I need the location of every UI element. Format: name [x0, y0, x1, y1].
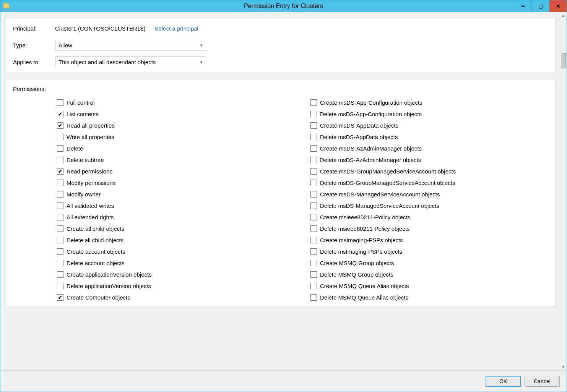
permission-item: Create msDS-ManagedServiceAccount object…: [310, 188, 549, 200]
permission-item: Create msDS-AzAdminManager objects: [310, 143, 549, 154]
permission-checkbox[interactable]: [310, 191, 317, 198]
permissions-grid: Full controlList contentsRead all proper…: [13, 97, 549, 303]
content-area: Principal: Cluster1 (CONTOSO\CLUSTER1$) …: [0, 12, 560, 370]
permission-checkbox[interactable]: [57, 180, 63, 186]
permission-checkbox[interactable]: [57, 145, 63, 152]
cancel-button[interactable]: Cancel: [525, 376, 560, 387]
permission-label: Delete msieee80211-Policy objects: [320, 225, 409, 232]
permission-checkbox[interactable]: [310, 145, 317, 152]
permission-checkbox[interactable]: [310, 111, 317, 117]
applies-select[interactable]: This object and all descendant objects ▾: [55, 57, 206, 67]
permission-checkbox[interactable]: [310, 214, 317, 220]
permission-item: Create all child objects: [57, 223, 295, 234]
permission-checkbox[interactable]: [57, 260, 63, 266]
permission-item: Delete msieee80211-Policy objects: [310, 223, 549, 234]
select-principal-link[interactable]: Select a principal: [154, 25, 198, 32]
ok-button[interactable]: OK: [486, 376, 521, 387]
permission-label: Read all properties: [67, 122, 115, 129]
permission-checkbox[interactable]: [57, 283, 63, 289]
scroll-down-icon[interactable]: ▾: [560, 363, 567, 370]
permission-checkbox[interactable]: [310, 122, 317, 129]
permission-checkbox[interactable]: [57, 99, 63, 106]
permission-label: Create msDS-AzAdminManager objects: [320, 145, 422, 152]
permission-checkbox[interactable]: [310, 260, 317, 266]
permission-checkbox[interactable]: [57, 248, 63, 255]
permission-checkbox[interactable]: [57, 294, 63, 301]
permission-label: Delete msDS-AppData objects: [320, 134, 398, 140]
permission-item: Delete msDS-AzAdminManager objects: [310, 154, 549, 165]
permissions-panel: Permissions: Full controlList contentsRe…: [6, 80, 556, 306]
titlebar[interactable]: Permission Entry for Clusters ━ ◻ ✕: [0, 0, 567, 12]
permission-label: Delete msDS-AzAdminManager objects: [320, 157, 421, 163]
permission-item: Delete msDS-App-Configuration objects: [310, 108, 549, 120]
permission-item: Create applicationVersion objects: [57, 269, 295, 280]
permission-label: Delete msImaging-PSPs objects: [320, 248, 402, 255]
permission-checkbox[interactable]: [310, 168, 317, 175]
permission-checkbox[interactable]: [310, 99, 317, 106]
permission-item: Delete msDS-AppData objects: [310, 131, 549, 143]
permission-checkbox[interactable]: [310, 237, 317, 243]
window-frame: Permission Entry for Clusters ━ ◻ ✕ Prin…: [0, 0, 567, 392]
scroll-track[interactable]: [560, 19, 567, 363]
permission-item: Read permissions: [57, 165, 295, 177]
permission-checkbox[interactable]: [57, 237, 63, 243]
permission-item: Delete msImaging-PSPs objects: [310, 246, 549, 257]
permission-label: Create MSMQ Queue Alias objects: [320, 283, 409, 289]
permission-checkbox[interactable]: [57, 202, 63, 209]
permission-label: Modify permissions: [67, 180, 115, 186]
permission-item: All validated writes: [57, 200, 295, 211]
scroll-up-icon[interactable]: ▴: [560, 12, 567, 19]
type-select[interactable]: Allow ▾: [55, 40, 206, 50]
permission-item: Create msDS-App-Configuration objects: [310, 97, 549, 108]
permission-checkbox[interactable]: [310, 271, 317, 278]
permission-checkbox[interactable]: [57, 214, 63, 220]
permission-checkbox[interactable]: [310, 225, 317, 232]
permission-label: All validated writes: [67, 202, 114, 209]
permission-item: List contents: [57, 108, 295, 120]
permission-item: Create msDS-AppData objects: [310, 120, 549, 131]
permission-label: Delete applicationVersion objects: [67, 283, 151, 289]
permission-label: Create msDS-AppData objects: [320, 122, 398, 129]
permission-checkbox[interactable]: [57, 271, 63, 278]
permission-checkbox[interactable]: [57, 122, 63, 129]
permission-item: Create msImaging-PSPs objects: [310, 234, 549, 246]
maximize-button[interactable]: ◻: [531, 0, 549, 12]
window-icon: [0, 0, 12, 12]
permission-checkbox[interactable]: [57, 225, 63, 232]
permissions-column-right: Create msDS-App-Configuration objectsDel…: [310, 97, 549, 303]
permission-checkbox[interactable]: [310, 283, 317, 289]
permission-checkbox[interactable]: [310, 202, 317, 209]
permission-label: Create Computer objects: [67, 294, 130, 301]
permission-checkbox[interactable]: [310, 180, 317, 186]
permission-checkbox[interactable]: [57, 191, 63, 198]
permission-item: Full control: [57, 97, 295, 108]
minimize-button[interactable]: ━: [514, 0, 531, 12]
permission-checkbox[interactable]: [57, 111, 63, 117]
type-row: Type: Allow ▾: [13, 40, 549, 50]
permission-label: Create msImaging-PSPs objects: [320, 237, 403, 243]
permission-checkbox[interactable]: [57, 168, 63, 175]
permission-item: All extended rights: [57, 211, 295, 223]
permission-item: Write all properties: [57, 131, 295, 143]
permission-checkbox[interactable]: [310, 294, 317, 301]
principal-value: Cluster1 (CONTOSO\CLUSTER1$): [55, 25, 145, 32]
permission-item: Create MSMQ Queue Alias objects: [310, 280, 549, 292]
permission-label: Create msieee80211-Policy objects: [320, 214, 410, 220]
permission-label: Full control: [67, 99, 94, 106]
permission-label: Delete msDS-GroupManagedServiceAccount o…: [320, 180, 455, 186]
close-button[interactable]: ✕: [549, 0, 567, 12]
permission-checkbox[interactable]: [310, 248, 317, 255]
permission-checkbox[interactable]: [310, 134, 317, 140]
permission-checkbox[interactable]: [310, 157, 317, 163]
permission-item: Create msieee80211-Policy objects: [310, 211, 549, 223]
permission-label: Write all properties: [67, 134, 114, 140]
permission-label: Delete account objects: [67, 260, 125, 266]
vertical-scrollbar[interactable]: ▴ ▾: [560, 12, 567, 370]
permission-label: List contents: [67, 111, 99, 117]
scroll-thumb[interactable]: [561, 53, 566, 68]
permission-checkbox[interactable]: [57, 157, 63, 163]
permission-item: Delete all child objects: [57, 234, 295, 246]
permission-checkbox[interactable]: [57, 134, 63, 140]
applies-label: Applies to:: [13, 59, 55, 65]
permission-label: Modify owner: [67, 191, 101, 198]
